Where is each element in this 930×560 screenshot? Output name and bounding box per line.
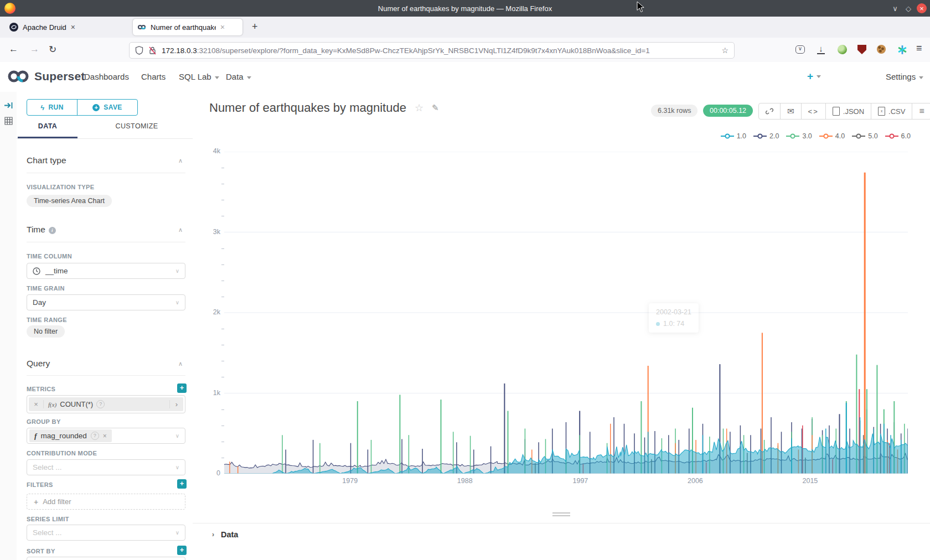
downloads-icon[interactable]: ↓ [817, 44, 825, 54]
add-sort-by-button[interactable]: + [177, 546, 187, 555]
legend-marker-icon [885, 133, 898, 139]
browser-tabbar: Apache Druid × Numer of earthquakes by m… [0, 17, 930, 38]
greasemonkey-icon[interactable] [838, 45, 847, 54]
ublock-icon[interactable] [857, 45, 866, 54]
column-icon: f [34, 432, 37, 440]
legend-marker-icon [819, 133, 833, 139]
legend-item-6.0[interactable]: 6.0 [885, 132, 911, 140]
legend-item-4.0[interactable]: 4.0 [819, 132, 845, 140]
series-dot [656, 322, 660, 326]
email-button[interactable]: ✉ [780, 103, 801, 119]
asterisk-extension-icon[interactable] [897, 45, 907, 55]
tab-close-icon[interactable]: × [71, 23, 75, 32]
favorite-star-icon[interactable]: ☆ [415, 102, 423, 114]
x-tick-label: 1979 [342, 477, 358, 485]
settings-menu[interactable]: Settings [886, 72, 923, 81]
metric-chip[interactable]: × f(x)COUNT(*)? › [29, 397, 183, 411]
bookmark-star-icon[interactable]: ☆ [721, 46, 728, 55]
nav-sql-lab[interactable]: SQL Lab [179, 72, 219, 81]
expand-metric-icon[interactable]: › [169, 400, 183, 408]
export-json-button[interactable]: .JSON [825, 103, 871, 119]
superset-header: Superset Dashboards Charts SQL Lab Data … [0, 62, 930, 92]
section-time[interactable]: Timei [27, 225, 56, 235]
edit-properties-icon[interactable]: ✎ [432, 103, 439, 113]
panel-resize-handle[interactable] [552, 512, 570, 517]
divider [27, 173, 185, 173]
tab-data[interactable]: DATA [18, 122, 78, 130]
series-limit-select[interactable]: Select ... ∨ [27, 525, 185, 541]
data-panel-toggle[interactable]: › Data [212, 530, 238, 539]
pocket-icon[interactable]: ∨ [795, 45, 805, 54]
nav-charts[interactable]: Charts [141, 72, 166, 81]
time-range-label: TIME RANGE [27, 317, 67, 323]
tab-apache-druid[interactable]: Apache Druid × [5, 19, 119, 35]
section-chart-type[interactable]: Chart type [27, 155, 66, 165]
superset-logo-icon [7, 69, 31, 84]
export-button-group: ✉ <> .JSON x.CSV ≡ [758, 103, 930, 120]
group-by-select[interactable]: fmag_rounded?× ∨ [27, 428, 185, 444]
collapse-chevron-icon[interactable]: ∧ [178, 360, 183, 367]
legend-item-3.0[interactable]: 3.0 [786, 132, 812, 140]
export-csv-button[interactable]: x.CSV [871, 103, 912, 119]
sort-by-select[interactable] [27, 557, 185, 560]
metrics-label: METRICS [27, 386, 55, 392]
run-button[interactable]: ϟRUN [27, 100, 78, 115]
back-icon[interactable]: ← [9, 44, 18, 55]
time-grain-select[interactable]: Day ∨ [27, 294, 185, 310]
nav-dashboards[interactable]: Dashboards [84, 72, 129, 81]
run-save-group: ϟRUN +SAVE [27, 99, 138, 116]
legend-item-5.0[interactable]: 5.0 [852, 132, 877, 140]
tab-superset-chart[interactable]: Numer of earthquakes by magnitude × [133, 19, 242, 35]
add-new-button[interactable]: + [807, 70, 821, 82]
embed-code-button[interactable]: <> [801, 103, 825, 119]
url-bar[interactable]: 172.18.0.3:32108/superset/explore/?form_… [129, 42, 735, 59]
timeseries-plot [224, 152, 908, 474]
clock-icon [33, 267, 40, 275]
chevron-right-icon: › [212, 531, 214, 538]
contribution-mode-select[interactable]: Select ... ∨ [27, 459, 185, 475]
y-tick-label: 4k [193, 147, 220, 155]
legend-item-1.0[interactable]: 1.0 [721, 132, 746, 140]
divider [27, 375, 185, 376]
nav-data[interactable]: Data [226, 72, 251, 81]
window-close-button[interactable]: × [917, 3, 927, 13]
lock-insecure-icon[interactable] [148, 46, 157, 55]
fx-icon: f(x) [48, 401, 56, 408]
viz-type-value[interactable]: Time-series Area Chart [27, 195, 112, 207]
tooltip-value: 1.0: 74 [663, 320, 684, 328]
reload-icon[interactable]: ↻ [49, 44, 56, 55]
shield-icon[interactable] [135, 46, 143, 55]
new-tab-button[interactable]: + [252, 21, 258, 33]
chevron-down-icon: ∨ [175, 268, 179, 274]
group-by-label: GROUP BY [27, 418, 61, 425]
chart-menu-button[interactable]: ≡ [912, 103, 930, 119]
section-query[interactable]: Query [27, 359, 50, 369]
add-metric-button[interactable]: + [177, 383, 187, 393]
group-by-chip[interactable]: fmag_rounded?× [29, 429, 112, 442]
window-maximize-button[interactable]: ◇ [902, 2, 914, 14]
dataset-grid-icon[interactable] [4, 116, 13, 126]
add-filter-plus-button[interactable]: + [177, 479, 187, 489]
hamburger-menu-icon[interactable]: ≡ [916, 43, 922, 54]
explore-workspace: ϟRUN +SAVE DATA CUSTOMIZE Chart type ∧ V… [0, 92, 930, 560]
collapse-chevron-icon[interactable]: ∧ [178, 157, 183, 164]
tab-customize[interactable]: CUSTOMIZE [100, 122, 174, 130]
cookie-extension-icon[interactable] [877, 45, 886, 54]
druid-favicon-icon [9, 23, 18, 32]
collapse-chevron-icon[interactable]: ∧ [178, 226, 183, 234]
superset-brand[interactable]: Superset [7, 69, 85, 84]
x-tick-label: 2015 [802, 477, 818, 485]
legend-item-2.0[interactable]: 2.0 [753, 132, 779, 140]
forward-icon[interactable]: → [30, 44, 39, 55]
copy-link-button[interactable] [759, 103, 780, 119]
expand-panel-icon[interactable] [4, 101, 13, 110]
remove-chip-icon[interactable]: × [103, 432, 107, 440]
control-panel: ϟRUN +SAVE DATA CUSTOMIZE Chart type ∧ V… [17, 92, 193, 560]
time-range-value[interactable]: No filter [27, 325, 65, 338]
add-filter-box[interactable]: +Add filter [27, 494, 185, 510]
remove-metric-icon[interactable]: × [29, 400, 44, 408]
url-host: 172.18.0.3 [162, 46, 197, 55]
window-minimize-button[interactable]: ∨ [889, 2, 901, 14]
save-button[interactable]: +SAVE [78, 100, 137, 115]
time-column-select[interactable]: __time ∨ [27, 263, 185, 279]
